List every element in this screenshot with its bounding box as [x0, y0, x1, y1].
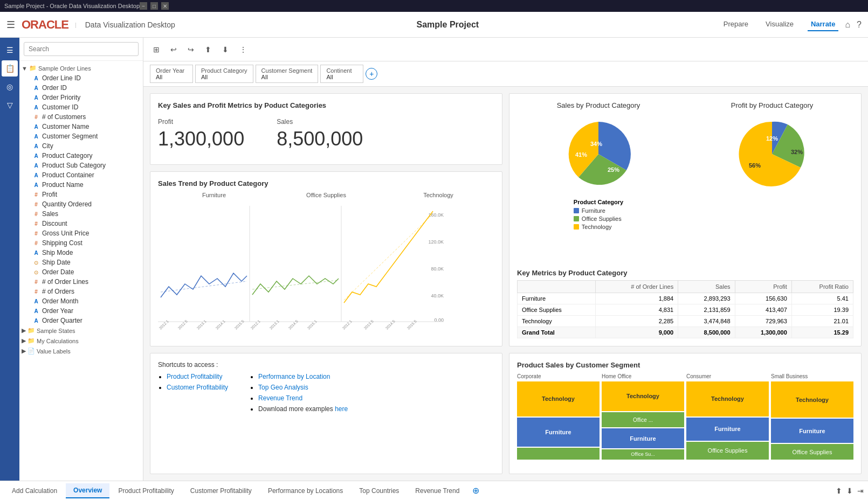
metrics-data-table: # of Order Lines Sales Profit Profit Rat…	[517, 280, 853, 338]
type-icon: A	[32, 298, 40, 304]
sidebar-chart-icon[interactable]: ◎	[2, 79, 18, 95]
nav-visualize[interactable]: Visualize	[762, 18, 797, 31]
tab-product-profitability[interactable]: Product Profitability	[111, 484, 181, 498]
shortcut-customer-profitability[interactable]: Customer Profitability	[167, 384, 228, 391]
tree-group-sample-order-lines[interactable]: ▼ 📁 Sample Order Lines	[19, 63, 143, 73]
bottom-icon-1[interactable]: ⬆	[836, 487, 842, 495]
treemap-group-home-office: Home Office Technology Office ... Furnit…	[602, 373, 684, 460]
sidebar-data-icon[interactable]: 📋	[2, 60, 18, 77]
filter-order-year[interactable]: Order Year All	[150, 65, 193, 83]
key-metrics-table-title: Key Metrics by Product Category	[517, 269, 853, 277]
list-item[interactable]: AProduct Category	[28, 151, 143, 161]
type-icon: ⊙	[32, 269, 40, 275]
sidebar-menu-icon[interactable]: ☰	[2, 42, 18, 58]
content-area: ⊞ ↩ ↪ ⬆ ⬇ ⋮ Order Year All Product Categ…	[143, 38, 868, 481]
list-item[interactable]: ACity	[28, 141, 143, 151]
item-label: Sales	[42, 210, 58, 218]
list-item[interactable]: AOrder Month	[28, 296, 143, 306]
list-item[interactable]: #Gross Unit Price	[28, 228, 143, 238]
tree-group-value-labels[interactable]: ▶ 📄 Value Labels	[19, 346, 143, 356]
shortcut-revenue-trend[interactable]: Revenue Trend	[258, 394, 348, 402]
more-options-button[interactable]: ⋮	[236, 43, 250, 56]
filter-continent[interactable]: Continent All	[320, 65, 363, 83]
metrics-headline: Key Sales and Profit Metrics by Poduct C…	[158, 101, 494, 109]
legend-label: Office Supplies	[582, 216, 622, 222]
treemap-cell	[517, 448, 600, 460]
col-order-lines: # of Order Lines	[596, 280, 678, 293]
list-item[interactable]: AOrder Quarter	[28, 316, 143, 325]
list-item[interactable]: AShip Mode	[28, 248, 143, 258]
list-item[interactable]: ## of Orders	[28, 287, 143, 296]
filter-label: Customer Segment	[261, 67, 313, 74]
minimize-button[interactable]: −	[140, 2, 147, 10]
list-item[interactable]: ⊙Order Date	[28, 267, 143, 277]
list-item[interactable]: #Sales	[28, 209, 143, 219]
hamburger-icon[interactable]: ☰	[6, 19, 15, 31]
sales-pie-title: Sales by Product Category	[557, 101, 640, 109]
list-item[interactable]: ⊙Ship Date	[28, 258, 143, 267]
filter-label: Product Category	[201, 67, 247, 74]
sidebar-filter-icon[interactable]: ▽	[2, 97, 18, 113]
shortcut-top-geo[interactable]: Top Geo Analysis	[258, 384, 348, 391]
treemap-group-small-business: Small Business Technology Furniture Offi…	[771, 373, 853, 460]
redo-button[interactable]: ↪	[184, 43, 197, 56]
svg-text:12%: 12%	[766, 135, 778, 142]
tab-top-countries[interactable]: Top Countries	[352, 484, 407, 498]
tab-revenue-trend[interactable]: Revenue Trend	[408, 484, 467, 498]
home-icon[interactable]: ⌂	[845, 20, 850, 30]
add-calculation-button[interactable]: Add Calculation	[4, 484, 65, 498]
profit-label: Profit	[158, 118, 244, 126]
add-filter-button[interactable]: +	[366, 68, 377, 80]
undo-button[interactable]: ↩	[167, 43, 180, 56]
list-item[interactable]: #Shipping Cost	[28, 238, 143, 248]
add-tab-icon[interactable]: ⊕	[468, 485, 484, 496]
row-ratio: 15.29	[791, 327, 853, 338]
bottom-icon-2[interactable]: ⬇	[846, 487, 853, 495]
tab-overview[interactable]: Overview	[66, 483, 109, 498]
shortcut-performance-location[interactable]: Performance by Location	[258, 373, 348, 380]
icon-sidebar: ☰ 📋 ◎ ▽	[0, 38, 19, 481]
sales-pie-legend: Product Category Furniture Office Suppli…	[574, 199, 623, 232]
list-item[interactable]: #Profit	[28, 190, 143, 199]
tab-performance-locations[interactable]: Performance by Locations	[260, 484, 350, 498]
list-item[interactable]: #Discount	[28, 219, 143, 228]
row-sales: 2,131,859	[678, 304, 735, 315]
filter-customer-segment[interactable]: Customer Segment All	[256, 65, 319, 83]
add-viz-button[interactable]: ⬇	[219, 43, 232, 56]
filter-product-category[interactable]: Product Category All	[195, 65, 253, 83]
list-item[interactable]: AProduct Name	[28, 180, 143, 190]
shortcut-product-profitability[interactable]: Product Profitability	[167, 373, 228, 380]
list-item[interactable]: ACustomer ID	[28, 102, 143, 112]
list-item[interactable]: AOrder ID	[28, 83, 143, 93]
nav-prepare[interactable]: Prepare	[720, 18, 752, 31]
list-item[interactable]: ## of Order Lines	[28, 277, 143, 287]
filter-bar: Order Year All Product Category All Cust…	[143, 61, 868, 87]
close-button[interactable]: ✕	[161, 2, 169, 10]
tree-group-my-calculations[interactable]: ▶ 📁 My Calculations	[19, 336, 143, 346]
grid-view-button[interactable]: ⊞	[150, 43, 163, 56]
svg-text:2012.5: 2012.5	[177, 320, 188, 330]
window-controls[interactable]: − □ ✕	[140, 2, 169, 10]
list-item[interactable]: AProduct Container	[28, 170, 143, 180]
list-item[interactable]: AOrder Year	[28, 306, 143, 316]
dashboard: Key Sales and Profit Metrics by Poduct C…	[143, 87, 868, 481]
export-button[interactable]: ⬆	[202, 43, 215, 56]
tab-customer-profitability[interactable]: Customer Profitability	[183, 484, 259, 498]
bottom-icon-3[interactable]: ⇥	[857, 487, 864, 495]
list-item[interactable]: ACustomer Segment	[28, 131, 143, 141]
search-input[interactable]	[24, 42, 139, 56]
list-item[interactable]: AOrder Line ID	[28, 73, 143, 83]
tree-group-sample-states[interactable]: ▶ 📁 Sample States	[19, 325, 143, 336]
list-item[interactable]: ## of Customers	[28, 112, 143, 122]
nav-narrate[interactable]: Narrate	[808, 18, 839, 31]
maximize-button[interactable]: □	[150, 2, 158, 10]
legend-office-supplies: Office Supplies	[574, 216, 623, 222]
help-icon[interactable]: ?	[857, 20, 862, 30]
shortcut-here-link[interactable]: here	[335, 405, 348, 413]
list-item[interactable]: AProduct Sub Category	[28, 161, 143, 170]
svg-text:160.0K: 160.0K	[428, 212, 444, 218]
list-item[interactable]: #Quantity Ordered	[28, 199, 143, 209]
list-item[interactable]: ACustomer Name	[28, 122, 143, 131]
trend-title: Sales Trend by Product Category	[158, 179, 494, 188]
list-item[interactable]: AOrder Priority	[28, 93, 143, 102]
